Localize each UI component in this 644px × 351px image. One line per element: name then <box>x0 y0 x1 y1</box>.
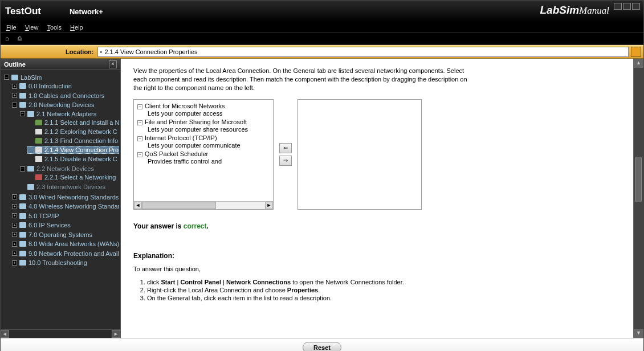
explanation-step: click Start | Control Panel | Network Co… <box>147 278 621 286</box>
expand-toggle-icon[interactable]: − <box>20 111 25 116</box>
match-item[interactable]: −File and Printer Sharing for MicrosoftL… <box>137 118 270 134</box>
page-icon: ▫ <box>100 48 103 55</box>
expand-toggle-icon[interactable]: + <box>12 204 17 209</box>
sidebar-h-scroll[interactable]: ◄ ► <box>1 329 120 338</box>
tree-label: 2.1.4 View Connection Pro <box>44 146 119 153</box>
scroll-down-icon[interactable]: ▼ <box>634 329 643 338</box>
print-icon[interactable]: ⎙ <box>18 35 26 43</box>
tree-node[interactable]: 2.3 Internetwork Devices <box>19 183 107 191</box>
tree-node[interactable]: +7.0 Operating Systems <box>11 231 93 239</box>
scroll-thumb[interactable] <box>635 157 642 202</box>
move-left-button[interactable]: ⇐ <box>279 143 292 153</box>
expand-toggle-icon[interactable]: − <box>12 103 17 108</box>
expand-toggle-icon[interactable]: + <box>12 213 17 218</box>
scroll-right-icon[interactable]: ► <box>265 202 273 209</box>
match-h-scroll[interactable]: ◄ ► <box>134 201 273 209</box>
match-desc[interactable]: Lets your computer access <box>145 109 270 117</box>
maximize-button[interactable] <box>623 3 631 10</box>
scroll-up-icon[interactable]: ▲ <box>634 59 643 68</box>
sidebar-close-icon[interactable]: × <box>109 60 117 68</box>
content-v-scroll[interactable]: ▲ ▼ <box>633 59 643 338</box>
location-go-button[interactable] <box>631 47 641 57</box>
tree-node[interactable]: 2.1.3 Find Connection Info <box>27 137 119 145</box>
menu-file[interactable]: File <box>6 24 17 31</box>
close-button[interactable] <box>632 3 640 10</box>
collapse-toggle-icon[interactable]: − <box>137 136 142 141</box>
page-w-icon <box>35 129 42 134</box>
tree-node[interactable]: +3.0 Wired Networking Standards <box>11 193 119 201</box>
content-main: View the properties of the Local Area Co… <box>121 59 633 338</box>
tree-node[interactable]: +9.0 Network Protection and Availa <box>11 250 119 258</box>
menu-help[interactable]: Help <box>70 24 83 31</box>
expand-toggle-icon[interactable]: + <box>12 260 17 266</box>
folder-icon <box>11 75 18 80</box>
tree-node[interactable]: 2.1.4 View Connection Pro <box>27 146 119 154</box>
page-w-icon <box>35 156 42 162</box>
scroll-left-icon[interactable]: ◄ <box>1 330 9 338</box>
tree-label: 0.0 Introduction <box>28 83 72 89</box>
tree-label: 5.0 TCP/IP <box>28 213 59 219</box>
tree-node[interactable]: −2.1 Network Adapters <box>19 110 97 118</box>
minimize-button[interactable] <box>614 3 622 10</box>
tree-node[interactable]: 2.2.1 Select a Networking <box>27 173 117 181</box>
match-item[interactable]: −Internet Protocol (TCP/IP)Lets your com… <box>137 134 270 150</box>
expand-toggle-icon[interactable]: + <box>12 232 17 237</box>
menu-tools[interactable]: Tools <box>47 24 62 31</box>
page-icon <box>35 138 42 144</box>
tree-node[interactable]: −2.2 Network Devices <box>19 165 95 173</box>
tree-node[interactable]: +0.0 Introduction <box>11 82 73 90</box>
match-right-box[interactable] <box>297 99 422 210</box>
folder-icon <box>19 241 26 247</box>
match-desc[interactable]: Lets your computer share resources <box>145 125 270 133</box>
expand-toggle-icon[interactable]: + <box>12 194 17 199</box>
tree-node[interactable]: 2.1.1 Select and Install a N <box>27 119 119 126</box>
expand-toggle-icon[interactable]: − <box>20 166 25 172</box>
content-pane: View the properties of the Local Area Co… <box>121 59 643 338</box>
move-right-button[interactable]: ⇒ <box>279 156 292 166</box>
expand-toggle-icon[interactable]: + <box>12 223 17 228</box>
tree-node[interactable]: +6.0 IP Services <box>11 221 72 229</box>
folder-icon <box>19 213 26 219</box>
tree-node[interactable]: +5.0 TCP/IP <box>11 212 60 220</box>
match-desc[interactable]: Provides traffic control and <box>145 157 270 165</box>
explanation: Explanation: To answer this question, cl… <box>133 252 621 302</box>
folder-icon <box>27 166 34 172</box>
tree-node[interactable]: +10.0 Troubleshooting <box>11 259 88 267</box>
match-item[interactable]: −QoS Packet SchedulerProvides traffic co… <box>137 150 270 166</box>
match-tree[interactable]: −Client for Microsoft NetworksLets your … <box>137 102 270 166</box>
tree-node[interactable]: +1.0 Cables and Connectors <box>11 92 105 100</box>
tree-label: 8.0 Wide Area Networks (WANs) <box>28 240 119 247</box>
app-window: TestOut Network+ LabSimManual File View … <box>0 0 644 351</box>
tree-node[interactable]: +8.0 Wide Area Networks (WANs) <box>11 240 119 248</box>
brand: TestOut <box>5 6 41 17</box>
expand-toggle-icon[interactable]: + <box>12 242 17 247</box>
home-icon[interactable]: ⌂ <box>5 35 13 43</box>
expand-toggle-icon[interactable]: + <box>12 251 17 256</box>
tree-node[interactable]: +4.0 Wireless Networking Standar <box>11 202 119 210</box>
folder-icon <box>19 260 26 266</box>
scroll-left-icon[interactable]: ◄ <box>134 202 142 209</box>
match-item[interactable]: −Client for Microsoft NetworksLets your … <box>137 102 270 118</box>
reset-button[interactable]: Reset <box>303 342 341 352</box>
page-w-icon <box>35 147 42 153</box>
tree-label: 2.2 Network Devices <box>36 165 94 172</box>
expand-toggle-icon[interactable]: − <box>4 75 9 80</box>
collapse-toggle-icon[interactable]: − <box>137 120 142 125</box>
outline-tree[interactable]: −LabSim+0.0 Introduction+1.0 Cables and … <box>1 70 120 329</box>
match-desc[interactable]: Lets your computer communicate <box>145 141 270 149</box>
explanation-step: Right-click the Local Area Connection an… <box>147 286 621 294</box>
menu-view[interactable]: View <box>25 24 39 31</box>
expand-toggle-icon[interactable]: + <box>12 93 17 98</box>
expand-toggle-icon[interactable]: + <box>12 84 17 89</box>
collapse-toggle-icon[interactable]: − <box>137 152 142 157</box>
collapse-toggle-icon[interactable]: − <box>137 104 142 109</box>
match-left-box[interactable]: −Client for Microsoft NetworksLets your … <box>133 99 274 210</box>
tree-node[interactable]: 2.1.2 Exploring Network C <box>27 128 119 136</box>
scroll-right-icon[interactable]: ► <box>112 330 120 338</box>
tree-node[interactable]: −2.0 Networking Devices <box>11 101 96 109</box>
titlebar: TestOut Network+ LabSimManual <box>1 1 643 22</box>
tree-node[interactable]: 2.1.5 Disable a Network C <box>27 155 119 163</box>
location-input[interactable]: ▫ 2.1.4 View Connection Properties <box>97 47 629 57</box>
tree-label: 2.1.1 Select and Install a N <box>44 119 119 126</box>
tree-root[interactable]: −LabSim <box>3 74 43 81</box>
